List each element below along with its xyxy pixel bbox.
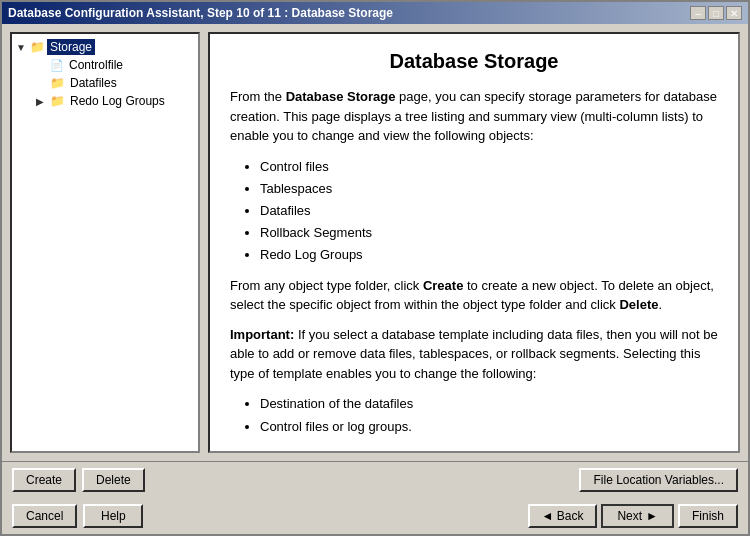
window-title: Database Configuration Assistant, Step 1… bbox=[8, 6, 393, 20]
folder-icon-storage: 📁 bbox=[30, 40, 45, 54]
window-controls: – □ ✕ bbox=[690, 6, 742, 20]
content-area: ▼ 📁 Storage 📄 Controlfile 📁 Datafiles ▶ bbox=[2, 24, 748, 461]
next-button[interactable]: Next ► bbox=[601, 504, 674, 528]
file-location-button[interactable]: File Location Variables... bbox=[579, 468, 738, 492]
next-label: Next bbox=[617, 509, 642, 523]
list-item-controlfiles: Control files bbox=[260, 156, 718, 178]
create-button[interactable]: Create bbox=[12, 468, 76, 492]
folder-icon-redolog: 📁 bbox=[50, 94, 65, 108]
tree-item-redolog[interactable]: ▶ 📁 Redo Log Groups bbox=[36, 92, 194, 110]
create-delete-buttons: Create Delete bbox=[12, 468, 145, 492]
bold-create: Create bbox=[423, 278, 463, 293]
tree-item-storage[interactable]: ▼ 📁 Storage bbox=[16, 38, 194, 56]
list-item-controlfiles-logs: Control files or log groups. bbox=[260, 416, 718, 438]
minimize-button[interactable]: – bbox=[690, 6, 706, 20]
main-window: Database Configuration Assistant, Step 1… bbox=[0, 0, 750, 536]
main-panel: Database Storage From the Database Stora… bbox=[208, 32, 740, 453]
list-item-datafiles: Datafiles bbox=[260, 200, 718, 222]
cancel-button[interactable]: Cancel bbox=[12, 504, 77, 528]
tree-label-storage: Storage bbox=[47, 39, 95, 55]
file-icon-controlfile: 📄 bbox=[50, 59, 64, 72]
expand-icon-storage: ▼ bbox=[16, 42, 28, 53]
objects-list: Control files Tablespaces Datafiles Roll… bbox=[260, 156, 718, 266]
cancel-help-buttons: Cancel Help bbox=[12, 504, 143, 528]
tree-label-datafiles: Datafiles bbox=[67, 75, 120, 91]
expand-icon-redolog: ▶ bbox=[36, 96, 48, 107]
reference-paragraph: For more information, refer to the Oracl… bbox=[230, 448, 718, 453]
back-button[interactable]: ◄ Back bbox=[528, 504, 598, 528]
help-button[interactable]: Help bbox=[83, 504, 143, 528]
next-arrow-icon: ► bbox=[646, 509, 658, 523]
tree-panel[interactable]: ▼ 📁 Storage 📄 Controlfile 📁 Datafiles ▶ bbox=[10, 32, 200, 453]
folder-icon-datafiles: 📁 bbox=[50, 76, 65, 90]
list-item-destination: Destination of the datafiles bbox=[260, 393, 718, 415]
intro-paragraph: From the Database Storage page, you can … bbox=[230, 87, 718, 146]
action-bar: Create Delete File Location Variables... bbox=[2, 461, 748, 498]
title-bar: Database Configuration Assistant, Step 1… bbox=[2, 2, 748, 24]
list-item-rollback: Rollback Segments bbox=[260, 222, 718, 244]
spacer-datafiles bbox=[36, 78, 48, 89]
guide-reference: Oracle Database Storage Administrator's … bbox=[424, 450, 698, 453]
tree-item-controlfile[interactable]: 📄 Controlfile bbox=[36, 56, 194, 74]
tree-label-redolog: Redo Log Groups bbox=[67, 93, 168, 109]
spacer-controlfile bbox=[36, 60, 48, 71]
bold-delete: Delete bbox=[619, 297, 658, 312]
important-paragraph: Important: If you select a database temp… bbox=[230, 325, 718, 384]
bold-db-storage: Database Storage bbox=[286, 89, 396, 104]
nav-bar: Cancel Help ◄ Back Next ► Finish bbox=[2, 498, 748, 534]
template-list: Destination of the datafiles Control fil… bbox=[260, 393, 718, 437]
close-button[interactable]: ✕ bbox=[726, 6, 742, 20]
file-location-area: File Location Variables... bbox=[579, 468, 738, 492]
tree-item-datafiles[interactable]: 📁 Datafiles bbox=[36, 74, 194, 92]
create-delete-paragraph: From any object type folder, click Creat… bbox=[230, 276, 718, 315]
list-item-redolog: Redo Log Groups bbox=[260, 244, 718, 266]
navigation-buttons: ◄ Back Next ► Finish bbox=[528, 504, 738, 528]
list-item-tablespaces: Tablespaces bbox=[260, 178, 718, 200]
page-title: Database Storage bbox=[230, 50, 718, 73]
maximize-button[interactable]: □ bbox=[708, 6, 724, 20]
finish-button[interactable]: Finish bbox=[678, 504, 738, 528]
delete-button[interactable]: Delete bbox=[82, 468, 145, 492]
tree-label-controlfile: Controlfile bbox=[66, 57, 126, 73]
bold-important: Important: bbox=[230, 327, 294, 342]
tree-children-storage: 📄 Controlfile 📁 Datafiles ▶ 📁 Redo Log G… bbox=[16, 56, 194, 110]
